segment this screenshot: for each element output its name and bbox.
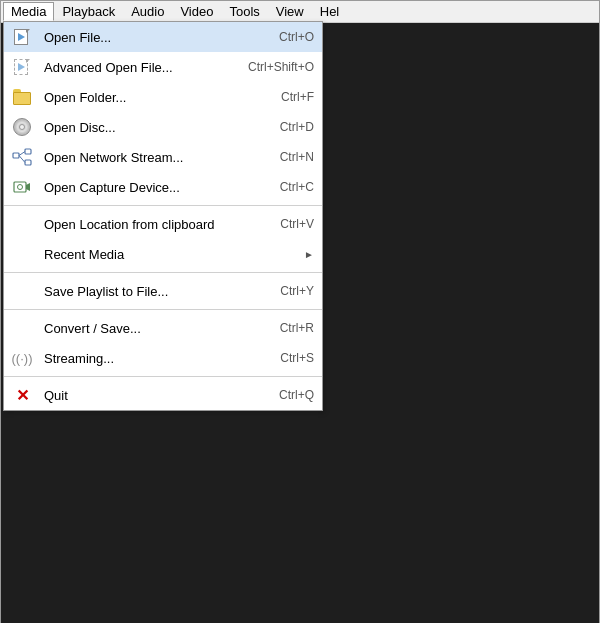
menu-help[interactable]: Hel <box>312 2 348 21</box>
menu-playback[interactable]: Playback <box>54 2 123 21</box>
open-folder-label: Open Folder... <box>36 90 261 105</box>
advanced-open-label: Advanced Open File... <box>36 60 228 75</box>
menu-item-open-clipboard[interactable]: Open Location from clipboard Ctrl+V <box>4 209 322 239</box>
menu-item-save-playlist[interactable]: Save Playlist to File... Ctrl+Y <box>4 276 322 306</box>
menu-tools[interactable]: Tools <box>221 2 267 21</box>
open-file-shortcut: Ctrl+O <box>259 30 314 44</box>
clipboard-icon <box>8 214 36 234</box>
separator-2 <box>4 272 322 273</box>
menu-audio[interactable]: Audio <box>123 2 172 21</box>
separator-3 <box>4 309 322 310</box>
media-dropdown: Open File... Ctrl+O Advanced Open File..… <box>3 21 323 411</box>
recent-media-icon <box>8 244 36 264</box>
menu-item-quit[interactable]: ✕ Quit Ctrl+Q <box>4 380 322 410</box>
adv-file-icon <box>8 57 36 77</box>
menu-item-streaming[interactable]: ((·)) Streaming... Ctrl+S <box>4 343 322 373</box>
menu-video[interactable]: Video <box>172 2 221 21</box>
convert-save-shortcut: Ctrl+R <box>260 321 314 335</box>
open-clipboard-shortcut: Ctrl+V <box>260 217 314 231</box>
separator-1 <box>4 205 322 206</box>
svg-point-7 <box>18 185 23 190</box>
menu-item-open-disc[interactable]: Open Disc... Ctrl+D <box>4 112 322 142</box>
menu-item-open-file[interactable]: Open File... Ctrl+O <box>4 22 322 52</box>
recent-media-arrow: ► <box>304 249 314 260</box>
quit-icon: ✕ <box>8 385 36 405</box>
quit-shortcut: Ctrl+Q <box>259 388 314 402</box>
app-window: Media Open File... Ctrl+O <box>0 0 600 623</box>
svg-rect-1 <box>25 149 31 154</box>
streaming-label: Streaming... <box>36 351 260 366</box>
save-playlist-shortcut: Ctrl+Y <box>260 284 314 298</box>
open-network-label: Open Network Stream... <box>36 150 260 165</box>
open-capture-label: Open Capture Device... <box>36 180 260 195</box>
streaming-shortcut: Ctrl+S <box>260 351 314 365</box>
open-file-label: Open File... <box>36 30 259 45</box>
menu-view[interactable]: View <box>268 2 312 21</box>
quit-label: Quit <box>36 388 259 403</box>
open-clipboard-label: Open Location from clipboard <box>36 217 260 232</box>
recent-media-label: Recent Media <box>36 247 304 262</box>
convert-save-icon <box>8 318 36 338</box>
open-network-shortcut: Ctrl+N <box>260 150 314 164</box>
capture-icon <box>8 177 36 197</box>
open-disc-shortcut: Ctrl+D <box>260 120 314 134</box>
menu-item-open-folder[interactable]: Open Folder... Ctrl+F <box>4 82 322 112</box>
svg-line-4 <box>19 156 25 163</box>
menu-item-advanced-open[interactable]: Advanced Open File... Ctrl+Shift+O <box>4 52 322 82</box>
menu-item-convert-save[interactable]: Convert / Save... Ctrl+R <box>4 313 322 343</box>
streaming-icon: ((·)) <box>8 348 36 368</box>
menu-item-recent-media[interactable]: Recent Media ► <box>4 239 322 269</box>
svg-marker-6 <box>26 183 30 191</box>
convert-save-label: Convert / Save... <box>36 321 260 336</box>
open-folder-shortcut: Ctrl+F <box>261 90 314 104</box>
save-playlist-label: Save Playlist to File... <box>36 284 260 299</box>
play-file-icon <box>8 27 36 47</box>
open-disc-label: Open Disc... <box>36 120 260 135</box>
folder-icon <box>8 87 36 107</box>
svg-rect-2 <box>25 160 31 165</box>
svg-line-3 <box>19 152 25 156</box>
advanced-open-shortcut: Ctrl+Shift+O <box>228 60 314 74</box>
save-playlist-icon <box>8 281 36 301</box>
disc-icon <box>8 117 36 137</box>
media-menu-wrapper: Media Open File... Ctrl+O <box>3 2 54 21</box>
svg-rect-5 <box>14 182 26 192</box>
network-icon <box>8 147 36 167</box>
separator-4 <box>4 376 322 377</box>
menu-media[interactable]: Media <box>3 2 54 21</box>
menu-item-open-capture[interactable]: Open Capture Device... Ctrl+C <box>4 172 322 202</box>
menu-bar: Media Open File... Ctrl+O <box>1 1 599 23</box>
menu-item-open-network[interactable]: Open Network Stream... Ctrl+N <box>4 142 322 172</box>
open-capture-shortcut: Ctrl+C <box>260 180 314 194</box>
svg-rect-0 <box>13 153 19 158</box>
